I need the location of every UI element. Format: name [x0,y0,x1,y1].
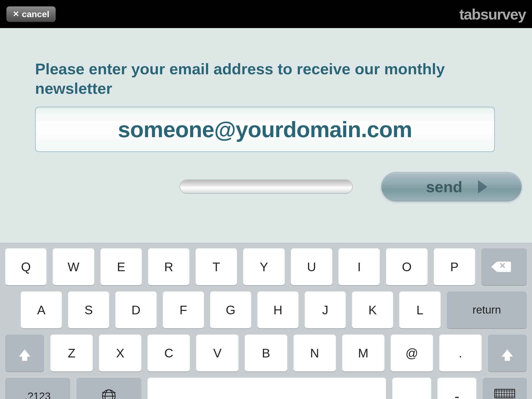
key-e[interactable]: E [101,248,142,285]
arrow-right-icon [478,180,487,194]
topbar: ✕ cancel tabsurvey [0,0,532,28]
send-button[interactable]: send [381,172,522,201]
keyboard-row-4: .?123 _ - [5,378,527,399]
key-l[interactable]: L [399,291,440,328]
key-return[interactable]: return [447,291,527,328]
key-r[interactable]: R [148,248,189,285]
key-k[interactable]: K [352,291,393,328]
key-q[interactable]: Q [5,248,46,285]
key-p[interactable]: P [434,248,475,285]
key-u[interactable]: U [291,248,332,285]
key-i[interactable]: I [338,248,380,285]
key-d[interactable]: D [115,291,156,328]
key-shift-right[interactable] [488,335,527,371]
key-m[interactable]: M [342,335,384,371]
onscreen-keyboard: Q W E R T Y U I O P A S D F G H J K L re… [0,243,532,399]
cancel-label: cancel [22,9,49,19]
key-s[interactable]: S [68,291,109,328]
backspace-icon [497,262,511,272]
shift-icon [502,349,513,357]
key-period[interactable]: . [439,335,482,371]
key-g[interactable]: G [210,291,251,328]
keyboard-row-2: A S D F G H J K L return [5,291,527,328]
key-at[interactable]: @ [391,335,433,371]
key-w[interactable]: W [53,248,94,285]
content-area: Please enter your email address to recei… [0,28,532,399]
send-label: send [426,178,462,196]
brand-logo: tabsurvey [459,5,526,23]
key-z[interactable]: Z [50,335,93,371]
key-c[interactable]: C [148,335,190,371]
key-numbers[interactable]: .?123 [5,378,70,399]
keyboard-row-3: Z X C V B N M @ . [5,335,527,371]
key-t[interactable]: T [196,248,237,285]
key-o[interactable]: O [386,248,427,285]
key-b[interactable]: B [245,335,287,371]
key-hide-keyboard[interactable] [483,378,527,399]
key-j[interactable]: J [305,291,346,328]
key-underscore[interactable]: _ [392,378,431,399]
key-x[interactable]: X [99,335,141,371]
key-backspace[interactable] [481,248,527,285]
key-hyphen[interactable]: - [437,378,476,399]
key-shift-left[interactable] [5,335,44,371]
key-a[interactable]: A [21,291,62,328]
shift-icon [19,349,30,357]
key-globe[interactable] [76,378,141,399]
progress-indicator [180,179,353,194]
key-v[interactable]: V [196,335,238,371]
key-h[interactable]: H [257,291,298,328]
key-f[interactable]: F [163,291,204,328]
key-n[interactable]: N [294,335,336,371]
prompt-text: Please enter your email address to recei… [35,59,497,98]
close-icon: ✕ [13,10,19,18]
cancel-button[interactable]: ✕ cancel [6,6,56,22]
globe-icon [102,389,116,399]
email-input[interactable] [35,107,495,152]
keyboard-row-1: Q W E R T Y U I O P [5,248,527,285]
key-y[interactable]: Y [243,248,284,285]
hide-keyboard-icon [494,389,515,399]
key-space[interactable] [148,378,386,399]
